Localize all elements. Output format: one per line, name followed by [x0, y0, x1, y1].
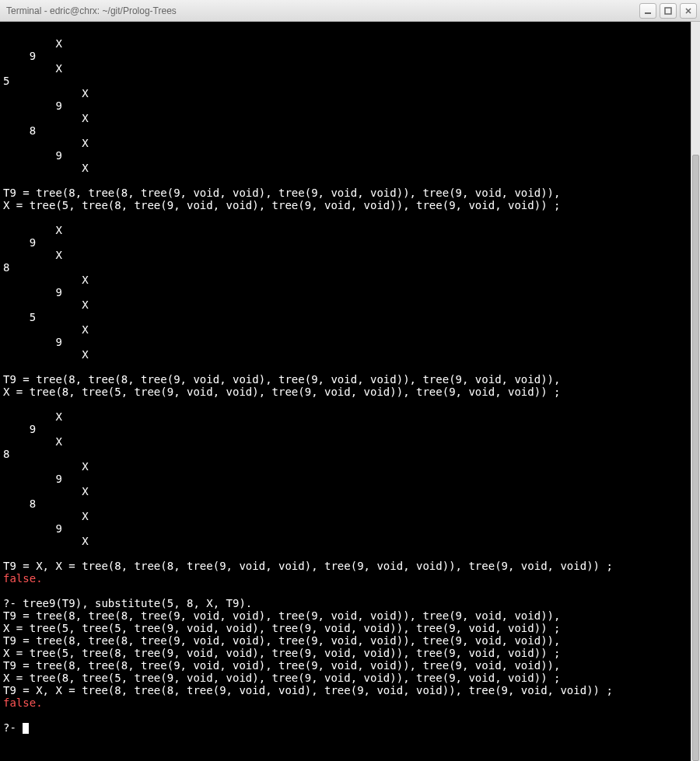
- minimize-button[interactable]: [639, 3, 656, 19]
- scroll-thumb[interactable]: [692, 155, 699, 761]
- cursor: [23, 723, 29, 734]
- terminal-output[interactable]: X 9 X 5 X 9 X 8 X 9 X T9 = tree(8, tree(…: [0, 22, 691, 761]
- titlebar[interactable]: Terminal - edric@chrx: ~/git/Prolog-Tree…: [0, 0, 700, 22]
- svg-rect-1: [665, 8, 671, 14]
- maximize-icon: [663, 6, 673, 16]
- close-button[interactable]: [680, 3, 697, 19]
- svg-rect-0: [645, 12, 651, 14]
- scrollbar[interactable]: [691, 22, 700, 761]
- maximize-button[interactable]: [660, 3, 677, 19]
- window-buttons: [639, 3, 697, 19]
- window-title: Terminal - edric@chrx: ~/git/Prolog-Tree…: [6, 5, 639, 16]
- minimize-icon: [643, 6, 653, 16]
- terminal-window: Terminal - edric@chrx: ~/git/Prolog-Tree…: [0, 0, 700, 761]
- terminal-body-wrap: X 9 X 5 X 9 X 8 X 9 X T9 = tree(8, tree(…: [0, 22, 700, 761]
- close-icon: [684, 6, 693, 16]
